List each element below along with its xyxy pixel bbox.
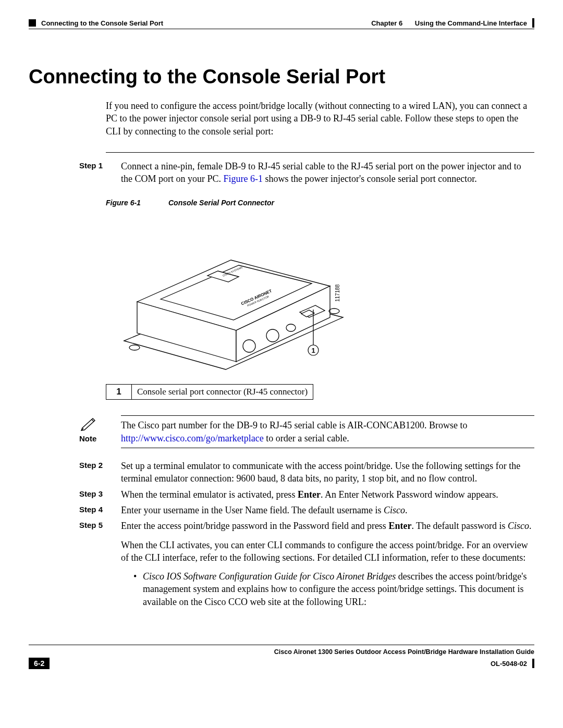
step-content: Set up a terminal emulator to communicat… <box>121 460 534 485</box>
bullet-icon: • <box>133 570 143 608</box>
header-marker-icon <box>29 19 36 27</box>
doc-number: OL-5048-02 <box>491 660 527 668</box>
figure-caption: Figure 6-1Console Serial Port Connector <box>106 199 534 207</box>
legend-num: 1 <box>106 385 132 400</box>
page-header: Connecting to the Console Serial Port Ch… <box>29 18 534 28</box>
footer-rule <box>29 645 534 645</box>
svg-point-12 <box>329 309 339 314</box>
page-number-badge: 6-2 <box>29 658 50 669</box>
note-label: Note <box>79 434 121 443</box>
step-4: Step 4 Enter your username in the User N… <box>29 504 534 516</box>
figure-side-id: 117188 <box>335 285 340 302</box>
legend-desc: Console serial port connector (RJ-45 con… <box>132 385 313 400</box>
header-section: Connecting to the Console Serial Port <box>41 19 163 27</box>
step-1: Step 1 Connect a nine-pin, female DB-9 t… <box>29 160 534 186</box>
note-link[interactable]: http://www.cisco.com/go/marketplace <box>121 433 264 443</box>
step-label: Step 2 <box>79 460 121 485</box>
step-2: Step 2 Set up a terminal emulator to com… <box>29 460 534 485</box>
svg-line-15 <box>92 419 94 422</box>
footer-bottom: 6-2 OL-5048-02 <box>29 658 534 669</box>
footer-guide-title: Cisco Aironet 1300 Series Outdoor Access… <box>73 648 534 656</box>
figure-ref-link[interactable]: Figure 6-1 <box>224 174 263 184</box>
pencil-note-icon <box>79 415 99 431</box>
note-body: The Cisco part number for the DB-9 to RJ… <box>121 415 534 448</box>
step-3: Step 3 When the terminal emulator is act… <box>29 488 534 501</box>
intro-paragraph: If you need to configure the access poin… <box>106 100 534 138</box>
note-block: Note The Cisco part number for the DB-9 … <box>79 415 534 448</box>
step-label: Step 3 <box>79 488 121 501</box>
step-label: Step 4 <box>79 504 121 516</box>
step-content: Connect a nine-pin, female DB-9 to RJ-45… <box>121 160 534 186</box>
bullet-item: • Cisco IOS Software Configuration Guide… <box>133 570 534 608</box>
figure-legend-table: 1 Console serial port connector (RJ-45 c… <box>106 384 313 400</box>
svg-point-8 <box>286 324 296 331</box>
step-content: Enter your username in the User Name fie… <box>121 504 534 516</box>
callout-number: 1 <box>311 347 315 354</box>
step-content: When the terminal emulator is activated,… <box>121 488 534 501</box>
footer-bar-icon <box>532 659 534 668</box>
header-chapter-title: Using the Command-Line Interface <box>415 19 527 27</box>
continuation-paragraph: When the CLI activates, you can enter CL… <box>121 539 534 564</box>
svg-point-11 <box>129 345 140 350</box>
page-title: Connecting to the Console Serial Port <box>29 66 534 88</box>
step-5: Step 5 Enter the access point/bridge pas… <box>29 520 534 608</box>
header-chapter-label: Chapter 6 <box>371 19 402 27</box>
divider <box>106 152 534 153</box>
svg-point-7 <box>266 329 279 342</box>
step-label: Step 5 <box>79 520 121 608</box>
step-content: Enter the access point/bridge password i… <box>121 520 534 608</box>
figure-illustration: 1 CISCO SYSTEMS CISCO AIRONET POWER INJE… <box>106 213 356 375</box>
svg-point-6 <box>243 340 255 352</box>
header-bar-icon <box>532 18 534 28</box>
step-label: Step 1 <box>79 160 121 186</box>
